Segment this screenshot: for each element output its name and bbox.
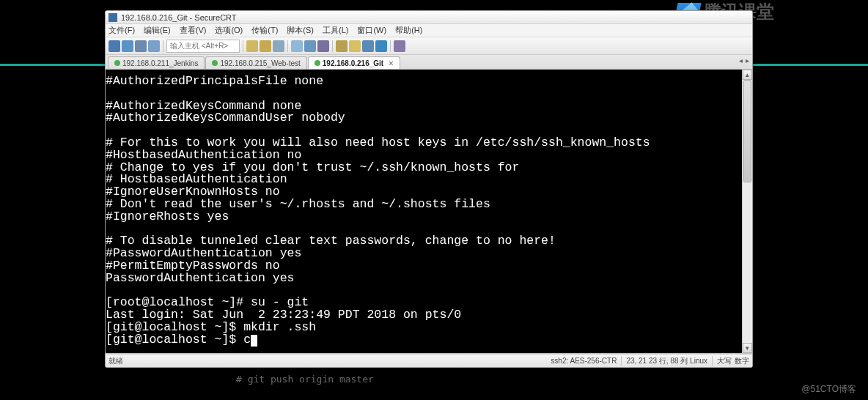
about-icon[interactable] <box>375 40 387 52</box>
vertical-scrollbar[interactable]: ▴ ▾ <box>742 70 752 353</box>
terminal[interactable]: #AuthorizedPrincipalsFile none #Authoriz… <box>106 70 742 353</box>
status-position: 23, 21 23 行, 88 列 Linux <box>626 356 707 366</box>
copy-icon[interactable] <box>246 40 258 52</box>
tab-web-test[interactable]: 192.168.0.215_Web-test <box>205 56 306 69</box>
help-icon[interactable] <box>362 40 374 52</box>
titlebar: 192.168.0.216_Git - SecureCRT <box>106 11 752 24</box>
menu-tool[interactable]: 工具(L) <box>323 25 348 36</box>
tab-status-icon <box>212 60 218 66</box>
menu-window[interactable]: 窗口(W) <box>357 25 386 36</box>
tab-label: 192.168.0.211_Jenkins <box>122 59 198 67</box>
securecrt-window: 192.168.0.216_Git - SecureCRT 文件(F) 编辑(E… <box>105 10 753 368</box>
scroll-up-icon[interactable]: ▴ <box>743 70 752 80</box>
session-icon[interactable] <box>135 40 147 52</box>
terminal-pane: #AuthorizedPrincipalsFile none #Authoriz… <box>106 70 752 354</box>
scroll-down-icon[interactable]: ▾ <box>743 343 752 353</box>
toolbar <box>106 37 752 55</box>
window-title: 192.168.0.216_Git - SecureCRT <box>121 13 237 22</box>
menu-edit[interactable]: 编辑(E) <box>144 25 171 36</box>
host-input[interactable] <box>166 40 240 53</box>
tab-status-icon <box>315 60 320 66</box>
connect-icon[interactable] <box>108 40 120 52</box>
app-icon <box>108 13 117 22</box>
menu-options[interactable]: 选项(O) <box>215 25 243 36</box>
options-icon[interactable] <box>304 40 316 52</box>
reconnect-icon[interactable] <box>148 40 160 52</box>
tab-label: 192.168.0.215_Web-test <box>220 59 300 67</box>
terminal-content: #AuthorizedPrincipalsFile none #Authoriz… <box>106 74 650 347</box>
find-icon[interactable] <box>273 40 284 52</box>
quick-connect-icon[interactable] <box>122 40 133 52</box>
menubar: 文件(F) 编辑(E) 查看(V) 选项(O) 传输(T) 脚本(S) 工具(L… <box>106 24 752 37</box>
tab-next-icon[interactable]: ▸ <box>746 56 749 64</box>
menu-transfer[interactable]: 传输(T) <box>251 25 278 36</box>
print-icon[interactable] <box>291 40 303 52</box>
menu-view[interactable]: 查看(V) <box>180 25 207 36</box>
external-note: # git push origin master <box>236 374 374 385</box>
scroll-thumb[interactable] <box>743 80 751 182</box>
paste-icon[interactable] <box>260 40 271 52</box>
x-icon[interactable] <box>336 40 347 52</box>
tab-jenkins[interactable]: 192.168.0.211_Jenkins <box>108 56 205 69</box>
tabbar: 192.168.0.211_Jenkins 192.168.0.215_Web-… <box>106 55 752 70</box>
menu-file[interactable]: 文件(F) <box>108 25 135 36</box>
menu-script[interactable]: 脚本(S) <box>287 25 314 36</box>
tab-label: 192.168.0.216_Git <box>323 59 383 67</box>
statusbar: 就绪 ssh2: AES-256-CTR 23, 21 23 行, 88 列 L… <box>106 354 752 367</box>
status-num: 数字 <box>735 356 749 366</box>
bottom-watermark: @51CTO博客 <box>801 383 856 396</box>
status-caps: 大写 <box>717 356 732 366</box>
status-cipher: ssh2: AES-256-CTR <box>551 357 617 365</box>
close-icon[interactable]: × <box>389 59 393 67</box>
tile-icon[interactable] <box>317 40 329 52</box>
tab-prev-icon[interactable]: ◂ <box>739 56 743 64</box>
cursor <box>251 335 257 347</box>
menu-help[interactable]: 帮助(H) <box>395 25 422 36</box>
tab-git[interactable]: 192.168.0.216_Git × <box>308 56 400 69</box>
key-icon[interactable] <box>349 40 361 52</box>
tab-status-icon <box>114 60 120 66</box>
extra-icon[interactable] <box>394 40 405 52</box>
status-ready: 就绪 <box>108 356 551 366</box>
